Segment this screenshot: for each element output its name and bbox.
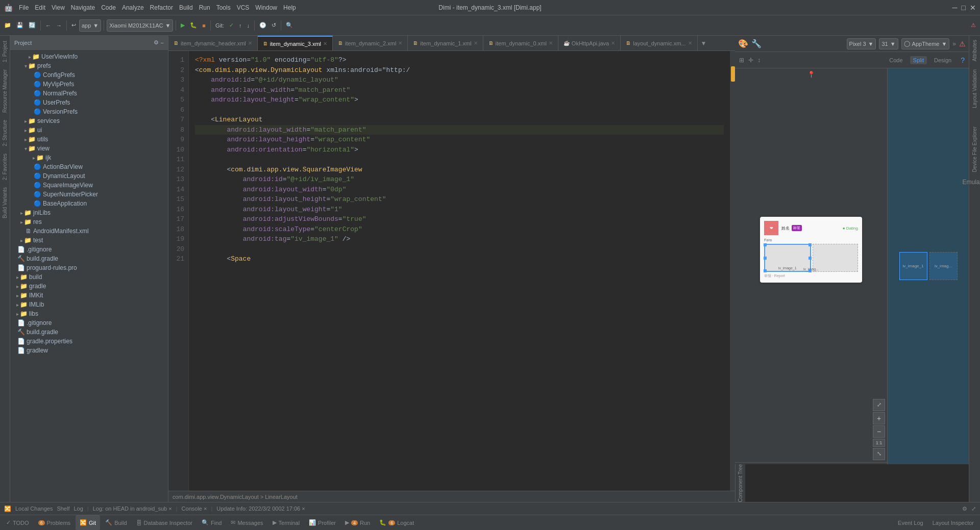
- tree-item[interactable]: ▸📁services: [10, 116, 168, 125]
- tree-item[interactable]: ▸📁IMKit: [10, 291, 168, 300]
- git-push-button[interactable]: ↑: [237, 18, 244, 33]
- find-tab[interactable]: 🔍 Find: [198, 515, 226, 530]
- project-tree[interactable]: ▸📁UserViewInfo▾📁prefs🔵ConfigPrefs🔵MyVipP…: [10, 50, 168, 502]
- menu-run[interactable]: Run: [199, 4, 210, 11]
- history-button[interactable]: 🕐: [257, 18, 268, 33]
- pan-icon[interactable]: ✛: [748, 57, 753, 64]
- tab-layout-dynamic[interactable]: 🗎 layout_dynamic.xm... ✕: [621, 36, 697, 51]
- tree-item[interactable]: 🔵ActionBarView: [10, 162, 168, 171]
- forward-button[interactable]: →: [54, 18, 64, 33]
- zoom-fit-icon[interactable]: ⊞: [739, 57, 744, 64]
- close-button[interactable]: ✕: [970, 4, 976, 12]
- tab-item-dynamic-0[interactable]: 🗎 item_dynamic_0.xml ✕: [483, 36, 558, 51]
- run-button[interactable]: ▶: [179, 18, 187, 33]
- tab-item-dynamic-header[interactable]: 🗎 item_dynamic_header.xml ✕: [168, 36, 258, 51]
- tree-item[interactable]: ▸📁gradle: [10, 282, 168, 291]
- terminal-tab[interactable]: ▶ Terminal: [268, 515, 304, 530]
- tab-item-dynamic-3[interactable]: 🗎 item_dynamic_3.xml ✕: [258, 36, 333, 51]
- menu-tools[interactable]: Tools: [216, 4, 231, 11]
- revert-button[interactable]: ↺: [270, 18, 278, 33]
- emulator-label[interactable]: Emulator: [962, 179, 980, 186]
- tree-item[interactable]: ▸📁res: [10, 217, 168, 226]
- favorites-button[interactable]: 2: Favorites: [1, 150, 9, 183]
- save-button[interactable]: 💾: [14, 18, 26, 33]
- tab-close-5[interactable]: ✕: [611, 40, 615, 46]
- tree-item[interactable]: 🔵UserPrefs: [10, 98, 168, 107]
- tree-item[interactable]: ▾📁prefs: [10, 61, 168, 70]
- logcat-tab[interactable]: 🐛 6 Logcat: [375, 515, 418, 530]
- api-dropdown[interactable]: 31 ▼: [879, 38, 898, 49]
- tree-item[interactable]: 🔵VersionPrefs: [10, 107, 168, 116]
- zoom-fit-button[interactable]: 1:1: [873, 439, 885, 447]
- rotate-icon[interactable]: ↕: [757, 57, 761, 64]
- debug-button[interactable]: 🐛: [188, 18, 199, 33]
- git-local-changes[interactable]: Local Changes: [15, 506, 53, 512]
- menu-refactor[interactable]: Refactor: [150, 4, 173, 11]
- tree-item[interactable]: 📄proguard-rules.pro: [10, 263, 168, 272]
- layout-inspector-button[interactable]: Layout Inspector: [928, 520, 978, 526]
- build-tab[interactable]: 🔨 Build: [101, 515, 131, 530]
- window-controls[interactable]: ─ □ ✕: [952, 4, 976, 12]
- tree-item[interactable]: ▸📁test: [10, 236, 168, 245]
- tree-item[interactable]: ▸📁jniLibs: [10, 208, 168, 217]
- tree-item[interactable]: 🔵NormalPrefs: [10, 89, 168, 98]
- git-shelf[interactable]: Shelf: [57, 506, 69, 512]
- code-editor[interactable]: 123456789101112131415161718192021 <?xml …: [168, 51, 735, 491]
- menu-build[interactable]: Build: [179, 4, 193, 11]
- search-everywhere-button[interactable]: 🔍: [284, 18, 295, 33]
- tree-item[interactable]: 🗎AndroidManifest.xml: [10, 226, 168, 236]
- stop-button[interactable]: ■: [200, 18, 208, 33]
- console-tab[interactable]: Console ×: [182, 506, 207, 512]
- app-config-dropdown[interactable]: app ▼: [79, 19, 101, 32]
- attributes-icon[interactable]: 🔧: [751, 39, 762, 48]
- structure-button[interactable]: 2: Structure: [1, 117, 9, 149]
- undo-button[interactable]: ↩: [69, 18, 78, 33]
- problems-tab[interactable]: 6 Problems: [34, 515, 75, 530]
- project-collapse-icon[interactable]: −: [161, 40, 164, 46]
- tree-item[interactable]: ▸📁build: [10, 272, 168, 282]
- tab-item-dynamic-1[interactable]: 🗎 item_dynamic_1.xml ✕: [408, 36, 483, 51]
- tree-item[interactable]: 🔵SuperNumberPicker: [10, 190, 168, 199]
- minimize-button[interactable]: ─: [952, 4, 958, 12]
- split-view-button[interactable]: Split: [910, 56, 927, 64]
- maximize-button[interactable]: □: [962, 4, 966, 12]
- image-2[interactable]: iv_imag...: [813, 244, 859, 272]
- run-tab[interactable]: ▶ 4 Run: [341, 515, 374, 530]
- menu-edit[interactable]: Edit: [35, 4, 45, 11]
- zoom-in-button[interactable]: +: [873, 412, 885, 424]
- error-indicator[interactable]: ⚠: [959, 40, 966, 48]
- tab-close-2[interactable]: ✕: [398, 40, 402, 46]
- tree-item[interactable]: 📄gradlew: [10, 346, 168, 355]
- tree-item[interactable]: 🔨build.gradle: [10, 254, 168, 263]
- back-button[interactable]: ←: [43, 18, 53, 33]
- help-icon[interactable]: ?: [961, 56, 965, 64]
- tab-close-4[interactable]: ✕: [549, 40, 553, 46]
- device-file-explorer-tab[interactable]: Device File Explorer: [971, 122, 978, 176]
- resize-handle[interactable]: [735, 462, 887, 464]
- tree-item[interactable]: 🔵ConfigPrefs: [10, 70, 168, 80]
- expand-button[interactable]: ⤢: [873, 399, 885, 411]
- sync-button[interactable]: 🔄: [27, 18, 38, 33]
- menu-file[interactable]: File: [19, 4, 29, 11]
- project-tool-button[interactable]: 1: Project: [1, 38, 9, 65]
- menu-view[interactable]: View: [52, 4, 65, 11]
- code-content[interactable]: <?xml version="1.0" encoding="utf-8"?><c…: [189, 51, 730, 491]
- tree-item[interactable]: 📄.gitignore: [10, 245, 168, 254]
- pixel-dropdown[interactable]: Pixel 3 ▼: [847, 38, 876, 49]
- tree-item[interactable]: ▸📁ui: [10, 125, 168, 135]
- tab-close-6[interactable]: ✕: [688, 40, 692, 46]
- tree-item[interactable]: 📄.gitignore: [10, 318, 168, 327]
- event-log-button[interactable]: Event Log: [894, 520, 927, 526]
- git-log[interactable]: Log: [74, 506, 83, 512]
- git-pull-button[interactable]: ↓: [245, 18, 252, 33]
- warning-icon[interactable]: ⚠: [969, 18, 978, 33]
- git-check-button[interactable]: ✓: [227, 18, 236, 33]
- zoom-out-button[interactable]: −: [873, 425, 885, 438]
- profiler-tab[interactable]: 📊 Profiler: [305, 515, 340, 530]
- menu-navigate[interactable]: Navigate: [71, 4, 95, 11]
- resource-manager-button[interactable]: Resource Manager: [1, 66, 9, 116]
- tree-item[interactable]: 🔵DynamicLayout: [10, 171, 168, 181]
- component-tree-label[interactable]: Component Tree: [738, 464, 743, 502]
- tab-item-dynamic-2[interactable]: 🗎 item_dynamic_2.xml ✕: [333, 36, 408, 51]
- tab-close-1[interactable]: ✕: [323, 41, 327, 46]
